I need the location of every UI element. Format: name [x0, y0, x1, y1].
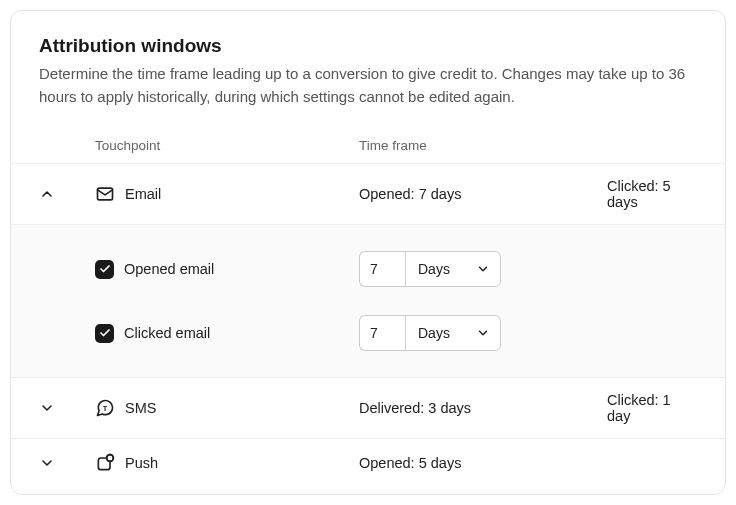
opened-email-value-input[interactable]	[359, 251, 405, 287]
chevron-down-icon	[476, 326, 490, 340]
clicked-email-unit-label: Days	[418, 325, 450, 341]
checkbox-clicked-email[interactable]	[95, 324, 114, 343]
column-header-touchpoint: Touchpoint	[95, 138, 359, 153]
chevron-up-icon	[39, 186, 55, 202]
row-push: Push Opened: 5 days	[11, 438, 725, 487]
clicked-email-unit-select[interactable]: Days	[405, 315, 501, 351]
svg-text:T: T	[103, 404, 108, 413]
row-email-label: Email	[125, 186, 161, 202]
row-sms-label: SMS	[125, 400, 156, 416]
row-email: Email Opened: 7 days Clicked: 5 days	[11, 163, 725, 224]
expanded-section-email: Opened email Days Clicked emai	[11, 224, 725, 377]
row-sms-summary-clicked: Clicked: 1 day	[607, 392, 697, 424]
clicked-email-label: Clicked email	[124, 325, 210, 341]
check-icon	[99, 263, 111, 275]
chevron-down-icon	[39, 455, 55, 471]
opened-email-input-group: Days	[359, 251, 607, 287]
card-title: Attribution windows	[39, 35, 697, 57]
opened-email-label: Opened email	[124, 261, 214, 277]
clicked-email-input-group: Days	[359, 315, 607, 351]
row-email-summary-opened: Opened: 7 days	[359, 186, 607, 202]
sms-icon: T	[95, 398, 115, 418]
expand-toggle-email[interactable]	[39, 186, 95, 202]
expand-toggle-sms[interactable]	[39, 400, 95, 416]
opened-email-unit-select[interactable]: Days	[405, 251, 501, 287]
row-push-summary-opened: Opened: 5 days	[359, 455, 607, 471]
opened-email-unit-label: Days	[418, 261, 450, 277]
email-icon	[95, 184, 115, 204]
row-push-label: Push	[125, 455, 158, 471]
push-icon	[95, 453, 115, 473]
chevron-down-icon	[476, 262, 490, 276]
attribution-windows-card: Attribution windows Determine the time f…	[10, 10, 726, 495]
row-sms-summary-delivered: Delivered: 3 days	[359, 400, 607, 416]
row-email-summary-clicked: Clicked: 5 days	[607, 178, 697, 210]
check-icon	[99, 327, 111, 339]
card-header: Attribution windows Determine the time f…	[11, 35, 725, 128]
clicked-email-value-input[interactable]	[359, 315, 405, 351]
expand-toggle-push[interactable]	[39, 455, 95, 471]
table-header: Touchpoint Time frame	[11, 128, 725, 163]
chevron-down-icon	[39, 400, 55, 416]
row-sms: T SMS Delivered: 3 days Clicked: 1 day	[11, 377, 725, 438]
expanded-row-clicked-email: Clicked email Days	[11, 301, 725, 365]
column-header-timeframe: Time frame	[359, 138, 607, 153]
expanded-row-opened-email: Opened email Days	[11, 237, 725, 301]
card-description: Determine the time frame leading up to a…	[39, 63, 697, 108]
checkbox-opened-email[interactable]	[95, 260, 114, 279]
